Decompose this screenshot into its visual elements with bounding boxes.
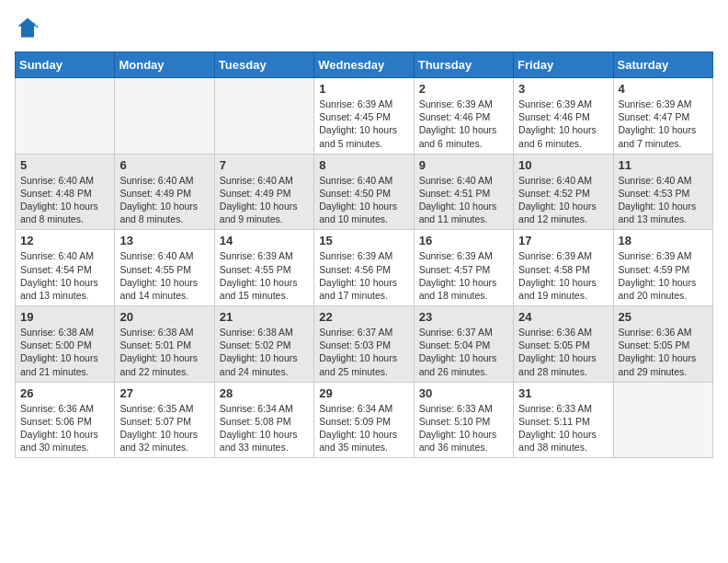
calendar-cell: 12Sunrise: 6:40 AM Sunset: 4:54 PM Dayli… <box>16 230 115 306</box>
day-number: 22 <box>319 310 408 324</box>
calendar-table: SundayMondayTuesdayWednesdayThursdayFrid… <box>15 52 713 458</box>
calendar-cell: 1Sunrise: 6:39 AM Sunset: 4:45 PM Daylig… <box>314 78 414 155</box>
day-info: Sunrise: 6:39 AM Sunset: 4:57 PM Dayligh… <box>419 249 508 302</box>
calendar-cell: 13Sunrise: 6:40 AM Sunset: 4:55 PM Dayli… <box>115 230 214 306</box>
day-number: 7 <box>220 158 309 172</box>
day-info: Sunrise: 6:39 AM Sunset: 4:47 PM Dayligh… <box>619 98 708 150</box>
calendar-cell: 21Sunrise: 6:38 AM Sunset: 5:02 PM Dayli… <box>214 306 313 383</box>
calendar-cell: 31Sunrise: 6:33 AM Sunset: 5:11 PM Dayli… <box>514 382 613 458</box>
day-number: 29 <box>319 386 408 400</box>
day-info: Sunrise: 6:38 AM Sunset: 5:02 PM Dayligh… <box>220 326 309 378</box>
day-number: 5 <box>20 158 109 172</box>
calendar-cell: 3Sunrise: 6:39 AM Sunset: 4:46 PM Daylig… <box>514 78 613 155</box>
day-number: 12 <box>20 234 109 247</box>
weekday-header-saturday: Saturday <box>613 52 712 78</box>
day-info: Sunrise: 6:34 AM Sunset: 5:08 PM Dayligh… <box>220 402 309 454</box>
calendar-cell: 4Sunrise: 6:39 AM Sunset: 4:47 PM Daylig… <box>613 78 712 155</box>
calendar-cell: 23Sunrise: 6:37 AM Sunset: 5:04 PM Dayli… <box>414 306 513 383</box>
day-info: Sunrise: 6:38 AM Sunset: 5:00 PM Dayligh… <box>20 326 109 378</box>
calendar-cell: 11Sunrise: 6:40 AM Sunset: 4:53 PM Dayli… <box>613 154 712 230</box>
day-number: 24 <box>518 310 608 324</box>
day-info: Sunrise: 6:39 AM Sunset: 4:56 PM Dayligh… <box>319 249 408 302</box>
day-number: 18 <box>619 234 708 247</box>
day-number: 4 <box>619 82 708 96</box>
page-header <box>15 15 713 40</box>
calendar-cell: 15Sunrise: 6:39 AM Sunset: 4:56 PM Dayli… <box>314 230 414 306</box>
calendar-cell: 26Sunrise: 6:36 AM Sunset: 5:06 PM Dayli… <box>16 382 115 458</box>
calendar-cell: 29Sunrise: 6:34 AM Sunset: 5:09 PM Dayli… <box>314 382 414 458</box>
day-number: 31 <box>518 386 608 400</box>
day-number: 1 <box>319 82 408 96</box>
day-number: 16 <box>419 234 508 247</box>
day-number: 14 <box>220 234 309 247</box>
calendar-week-row: 1Sunrise: 6:39 AM Sunset: 4:45 PM Daylig… <box>16 78 713 155</box>
calendar-cell <box>613 382 712 458</box>
weekday-header-tuesday: Tuesday <box>214 52 313 78</box>
day-info: Sunrise: 6:40 AM Sunset: 4:48 PM Dayligh… <box>20 174 109 226</box>
calendar-cell: 18Sunrise: 6:39 AM Sunset: 4:59 PM Dayli… <box>613 230 712 306</box>
day-info: Sunrise: 6:40 AM Sunset: 4:49 PM Dayligh… <box>220 174 309 226</box>
day-info: Sunrise: 6:37 AM Sunset: 5:04 PM Dayligh… <box>419 326 508 378</box>
calendar-cell: 7Sunrise: 6:40 AM Sunset: 4:49 PM Daylig… <box>214 154 313 230</box>
calendar-cell: 25Sunrise: 6:36 AM Sunset: 5:05 PM Dayli… <box>613 306 712 383</box>
day-info: Sunrise: 6:33 AM Sunset: 5:11 PM Dayligh… <box>518 402 608 454</box>
day-number: 25 <box>619 310 708 324</box>
day-number: 26 <box>20 386 109 400</box>
calendar-cell: 28Sunrise: 6:34 AM Sunset: 5:08 PM Dayli… <box>214 382 313 458</box>
day-number: 8 <box>319 158 408 172</box>
weekday-header-monday: Monday <box>115 52 214 78</box>
calendar-cell: 8Sunrise: 6:40 AM Sunset: 4:50 PM Daylig… <box>314 154 414 230</box>
day-number: 3 <box>518 82 608 96</box>
day-info: Sunrise: 6:39 AM Sunset: 4:59 PM Dayligh… <box>619 249 708 302</box>
day-number: 28 <box>220 386 309 400</box>
day-info: Sunrise: 6:37 AM Sunset: 5:03 PM Dayligh… <box>319 326 408 378</box>
calendar-cell <box>214 78 313 155</box>
day-info: Sunrise: 6:39 AM Sunset: 4:55 PM Dayligh… <box>220 249 309 302</box>
calendar-cell: 5Sunrise: 6:40 AM Sunset: 4:48 PM Daylig… <box>16 154 115 230</box>
day-number: 11 <box>619 158 708 172</box>
weekday-header-wednesday: Wednesday <box>314 52 414 78</box>
svg-marker-0 <box>18 18 38 38</box>
day-info: Sunrise: 6:36 AM Sunset: 5:06 PM Dayligh… <box>20 402 109 454</box>
day-number: 2 <box>419 82 508 96</box>
day-number: 9 <box>419 158 508 172</box>
calendar-week-row: 19Sunrise: 6:38 AM Sunset: 5:00 PM Dayli… <box>16 306 713 383</box>
logo <box>15 15 44 40</box>
calendar-cell <box>16 78 115 155</box>
calendar-cell: 27Sunrise: 6:35 AM Sunset: 5:07 PM Dayli… <box>115 382 214 458</box>
day-number: 13 <box>119 234 209 247</box>
day-info: Sunrise: 6:39 AM Sunset: 4:46 PM Dayligh… <box>419 98 508 150</box>
weekday-header-friday: Friday <box>514 52 613 78</box>
day-info: Sunrise: 6:33 AM Sunset: 5:10 PM Dayligh… <box>419 402 508 454</box>
day-number: 23 <box>419 310 508 324</box>
day-info: Sunrise: 6:40 AM Sunset: 4:55 PM Dayligh… <box>119 249 209 302</box>
day-info: Sunrise: 6:40 AM Sunset: 4:52 PM Dayligh… <box>518 174 608 226</box>
calendar-cell: 24Sunrise: 6:36 AM Sunset: 5:05 PM Dayli… <box>514 306 613 383</box>
day-number: 10 <box>518 158 608 172</box>
day-number: 20 <box>119 310 209 324</box>
calendar-week-row: 5Sunrise: 6:40 AM Sunset: 4:48 PM Daylig… <box>16 154 713 230</box>
weekday-header-row: SundayMondayTuesdayWednesdayThursdayFrid… <box>16 52 713 78</box>
day-info: Sunrise: 6:36 AM Sunset: 5:05 PM Dayligh… <box>518 326 608 378</box>
calendar-week-row: 26Sunrise: 6:36 AM Sunset: 5:06 PM Dayli… <box>16 382 713 458</box>
day-info: Sunrise: 6:40 AM Sunset: 4:49 PM Dayligh… <box>119 174 209 226</box>
calendar-cell: 2Sunrise: 6:39 AM Sunset: 4:46 PM Daylig… <box>414 78 513 155</box>
day-info: Sunrise: 6:35 AM Sunset: 5:07 PM Dayligh… <box>119 402 209 454</box>
calendar-week-row: 12Sunrise: 6:40 AM Sunset: 4:54 PM Dayli… <box>16 230 713 306</box>
day-info: Sunrise: 6:40 AM Sunset: 4:50 PM Dayligh… <box>319 174 408 226</box>
calendar-cell: 9Sunrise: 6:40 AM Sunset: 4:51 PM Daylig… <box>414 154 513 230</box>
calendar-cell: 20Sunrise: 6:38 AM Sunset: 5:01 PM Dayli… <box>115 306 214 383</box>
calendar-cell: 22Sunrise: 6:37 AM Sunset: 5:03 PM Dayli… <box>314 306 414 383</box>
day-number: 21 <box>220 310 309 324</box>
day-info: Sunrise: 6:36 AM Sunset: 5:05 PM Dayligh… <box>619 326 708 378</box>
calendar-cell: 17Sunrise: 6:39 AM Sunset: 4:58 PM Dayli… <box>514 230 613 306</box>
day-number: 17 <box>518 234 608 247</box>
day-number: 19 <box>20 310 109 324</box>
day-number: 6 <box>119 158 209 172</box>
weekday-header-sunday: Sunday <box>16 52 115 78</box>
day-info: Sunrise: 6:34 AM Sunset: 5:09 PM Dayligh… <box>319 402 408 454</box>
calendar-cell: 19Sunrise: 6:38 AM Sunset: 5:00 PM Dayli… <box>16 306 115 383</box>
day-info: Sunrise: 6:39 AM Sunset: 4:58 PM Dayligh… <box>518 249 608 302</box>
calendar-cell: 10Sunrise: 6:40 AM Sunset: 4:52 PM Dayli… <box>514 154 613 230</box>
day-info: Sunrise: 6:38 AM Sunset: 5:01 PM Dayligh… <box>119 326 209 378</box>
